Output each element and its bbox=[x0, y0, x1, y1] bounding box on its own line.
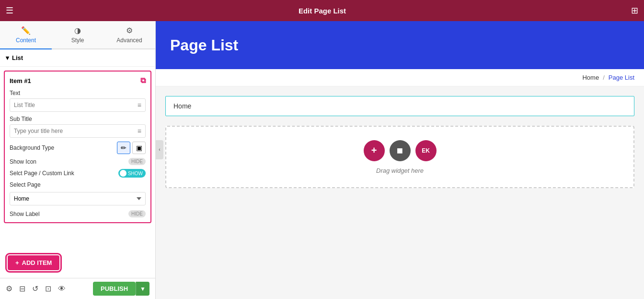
copy-icon[interactable]: ⧉ bbox=[140, 76, 146, 85]
publish-arrow-button[interactable]: ▼ bbox=[136, 282, 150, 296]
content-tab-label: Content bbox=[16, 37, 36, 44]
layers-icon[interactable]: ⊟ bbox=[19, 284, 25, 293]
subtitle-field-label: Sub Title bbox=[10, 116, 146, 122]
select-page-dropdown[interactable]: Home About Contact bbox=[10, 192, 146, 205]
bg-btn-pencil[interactable]: ✏ bbox=[117, 142, 130, 154]
left-panel: ✏️ Content ◑ Style ⚙ Advanced ▾ List bbox=[0, 21, 156, 299]
add-item-label: ADD ITEM bbox=[22, 259, 52, 266]
select-page-row: Selct Page / Custom Link SHOW bbox=[10, 169, 146, 178]
history-icon[interactable]: ↺ bbox=[32, 284, 38, 293]
drag-icon-ek[interactable]: EK bbox=[415, 140, 437, 161]
publish-group: PUBLISH ▼ bbox=[93, 282, 150, 296]
advanced-tab-label: Advanced bbox=[116, 37, 142, 44]
breadcrumb-current: Page List bbox=[609, 74, 634, 81]
show-label-label: Show Label bbox=[10, 211, 40, 217]
show-label-toggle-text: HIDE bbox=[131, 211, 143, 216]
list-section-header[interactable]: ▾ List bbox=[0, 49, 155, 67]
bottom-toolbar: ⚙ ⊟ ↺ ⊡ 👁 PUBLISH ▼ bbox=[0, 278, 155, 299]
text-field-label: Text bbox=[10, 90, 146, 96]
subtitle-field-input[interactable]: ≡ bbox=[10, 124, 146, 138]
content-area: Home + ■ EK Drag widget here bbox=[156, 86, 644, 299]
square-icon: ▣ bbox=[136, 144, 142, 152]
select-page-field-label: Select Page bbox=[10, 181, 146, 188]
show-label-toggle[interactable]: HIDE bbox=[128, 210, 146, 217]
select-page-link-label: Selct Page / Custom Link bbox=[10, 170, 74, 177]
style-tab-label: Style bbox=[71, 37, 84, 44]
select-page-toggle[interactable]: SHOW bbox=[118, 169, 146, 178]
breadcrumb-separator: / bbox=[603, 74, 605, 81]
grid-icon[interactable]: ⊞ bbox=[631, 5, 638, 16]
bg-type-buttons: ✏ ▣ bbox=[117, 142, 146, 154]
settings-icon[interactable]: ⚙ bbox=[6, 284, 12, 293]
background-type-row: Background Type ✏ ▣ bbox=[10, 142, 146, 154]
toggle-knob bbox=[120, 170, 126, 177]
add-item-button[interactable]: + ADD ITEM bbox=[8, 255, 59, 270]
subtitle-menu-icon[interactable]: ≡ bbox=[138, 127, 141, 135]
publish-button[interactable]: PUBLISH bbox=[93, 282, 136, 296]
show-icon-label: Show Icon bbox=[10, 158, 36, 165]
tab-advanced[interactable]: ⚙ Advanced bbox=[104, 21, 155, 48]
show-icon-row: Show Icon HIDE bbox=[10, 158, 146, 165]
drag-icon-square[interactable]: ■ bbox=[390, 140, 411, 161]
page-header-title: Page List bbox=[170, 36, 238, 54]
item-label: Item #1 bbox=[10, 77, 31, 84]
top-bar-title: Edit Page List bbox=[13, 7, 631, 15]
show-icon-toggle[interactable]: HIDE bbox=[128, 158, 146, 165]
top-bar: ☰ Edit Page List ⊞ bbox=[0, 0, 644, 21]
list-section-label: List bbox=[12, 54, 23, 61]
content-tab-icon: ✏️ bbox=[21, 26, 31, 35]
show-icon-toggle-label: HIDE bbox=[131, 159, 143, 164]
responsive-icon[interactable]: ⊡ bbox=[45, 284, 51, 293]
style-tab-icon: ◑ bbox=[74, 26, 81, 35]
drag-icon-plus[interactable]: + bbox=[364, 140, 385, 161]
home-input-box[interactable]: Home bbox=[165, 96, 634, 116]
add-item-plus-icon: + bbox=[15, 259, 19, 266]
main-layout: ✏️ Content ◑ Style ⚙ Advanced ▾ List bbox=[0, 21, 644, 299]
background-type-label: Background Type bbox=[10, 144, 54, 151]
bg-btn-square[interactable]: ▣ bbox=[132, 142, 146, 154]
pencil-icon: ✏ bbox=[121, 144, 126, 152]
item-card: Item #1 ⧉ Text ≡ Sub Title ≡ Backgroun bbox=[4, 71, 151, 223]
breadcrumb: Home / Page List bbox=[156, 69, 644, 86]
drag-widget-area: + ■ EK Drag widget here bbox=[165, 126, 634, 188]
text-menu-icon[interactable]: ≡ bbox=[138, 101, 141, 109]
advanced-tab-icon: ⚙ bbox=[126, 26, 133, 35]
show-label-row: Show Label HIDE bbox=[10, 210, 146, 217]
add-item-section: + ADD ITEM bbox=[0, 248, 155, 278]
tab-content[interactable]: ✏️ Content bbox=[0, 21, 52, 49]
visibility-icon[interactable]: 👁 bbox=[58, 285, 66, 293]
breadcrumb-home[interactable]: Home bbox=[582, 74, 599, 81]
item-card-header: Item #1 ⧉ bbox=[10, 76, 146, 85]
page-header: Page List bbox=[156, 21, 644, 69]
hamburger-icon[interactable]: ☰ bbox=[6, 5, 13, 16]
collapse-panel-button[interactable]: ‹ bbox=[156, 140, 163, 159]
tabs: ✏️ Content ◑ Style ⚙ Advanced bbox=[0, 21, 155, 49]
tab-style[interactable]: ◑ Style bbox=[52, 21, 104, 48]
panel-content: Item #1 ⧉ Text ≡ Sub Title ≡ Backgroun bbox=[0, 67, 155, 248]
right-panel: Page List Home / Page List Home + ■ EK D… bbox=[156, 21, 644, 299]
subtitle-input[interactable] bbox=[14, 128, 138, 134]
text-field-input[interactable]: ≡ bbox=[10, 98, 146, 112]
drag-text: Drag widget here bbox=[376, 167, 424, 174]
select-page-toggle-label: SHOW bbox=[128, 171, 143, 176]
text-input[interactable] bbox=[14, 102, 138, 108]
drag-icons: + ■ EK bbox=[364, 140, 437, 161]
list-arrow-icon: ▾ bbox=[6, 54, 9, 61]
